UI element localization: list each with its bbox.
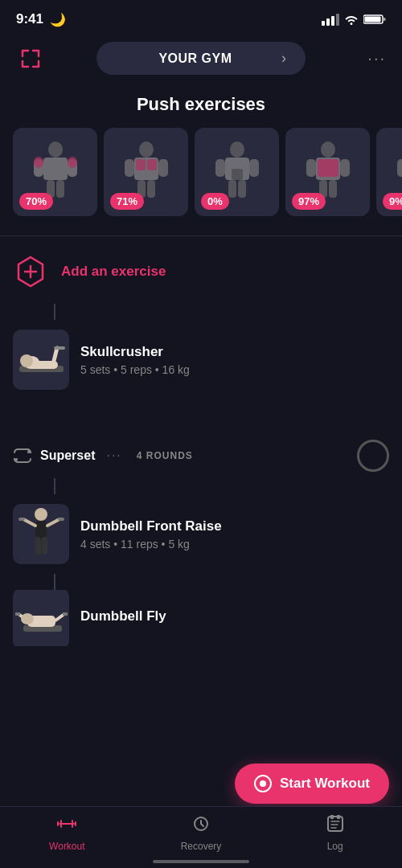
section-divider bbox=[0, 235, 402, 236]
svg-rect-23 bbox=[228, 180, 236, 198]
exercise-name-dumbbell-fly: Dumbbell Fly bbox=[80, 608, 389, 624]
exercise-thumb-dumbbell-fly bbox=[13, 590, 69, 646]
header-more-button[interactable]: ··· bbox=[357, 49, 386, 68]
svg-rect-35 bbox=[397, 159, 403, 177]
svg-point-65 bbox=[21, 613, 34, 624]
exercise-thumb-skullcrusher bbox=[13, 330, 69, 390]
exercise-info-front-raise: Dumbbell Front Raise 4 sets • 11 reps • … bbox=[80, 518, 389, 551]
muscle-badge-3: 0% bbox=[201, 193, 229, 210]
svg-rect-57 bbox=[58, 518, 64, 521]
svg-rect-24 bbox=[238, 180, 246, 198]
svg-rect-53 bbox=[42, 537, 47, 555]
svg-point-10 bbox=[68, 157, 77, 168]
nav-item-workout[interactable]: Workout bbox=[0, 815, 134, 852]
status-bar: 9:41 🌙 bbox=[0, 0, 402, 35]
bottom-nav: Workout Recovery Log bbox=[0, 806, 402, 868]
muscle-card-2[interactable]: 71% bbox=[104, 128, 188, 216]
connector-line-3 bbox=[54, 574, 55, 590]
svg-rect-1 bbox=[365, 17, 381, 23]
exercise-details-skullcrusher: 5 sets • 5 reps • 16 kg bbox=[80, 363, 389, 376]
exercise-item-front-raise[interactable]: Dumbbell Front Raise 4 sets • 11 reps • … bbox=[13, 494, 389, 574]
start-workout-button[interactable]: Start Workout bbox=[235, 764, 389, 804]
svg-rect-21 bbox=[215, 159, 225, 177]
muscle-card-1[interactable]: 70% bbox=[13, 128, 97, 216]
home-indicator bbox=[153, 860, 249, 863]
muscle-card-4[interactable]: 97% bbox=[285, 128, 370, 216]
svg-rect-52 bbox=[35, 537, 41, 555]
svg-rect-64 bbox=[63, 612, 68, 616]
svg-rect-4 bbox=[43, 158, 68, 180]
svg-point-48 bbox=[20, 354, 33, 367]
workout-nav-label: Workout bbox=[49, 841, 84, 852]
svg-rect-25 bbox=[232, 169, 243, 180]
svg-rect-28 bbox=[306, 159, 316, 177]
svg-rect-71 bbox=[330, 815, 334, 819]
svg-rect-51 bbox=[35, 521, 47, 538]
exercise-details-front-raise: 4 sets • 11 reps • 5 kg bbox=[80, 538, 389, 551]
recovery-nav-icon bbox=[191, 815, 211, 837]
exercise-info-skullcrusher: Skullcrusher 5 sets • 5 reps • 16 kg bbox=[80, 344, 389, 376]
muscle-carousel: 70% 71% bbox=[0, 128, 402, 232]
nav-item-log[interactable]: Log bbox=[268, 815, 402, 852]
superset-more-button[interactable]: ··· bbox=[106, 448, 121, 463]
add-exercise-row[interactable]: Add an exercise bbox=[13, 240, 389, 304]
svg-rect-18 bbox=[147, 159, 157, 170]
svg-point-11 bbox=[139, 141, 154, 158]
svg-rect-14 bbox=[158, 159, 168, 177]
svg-rect-56 bbox=[18, 518, 25, 521]
log-nav-label: Log bbox=[327, 841, 343, 852]
recovery-nav-label: Recovery bbox=[181, 841, 222, 852]
status-icons bbox=[322, 14, 386, 26]
section-title: Push exercises bbox=[0, 88, 402, 128]
gym-button[interactable]: YOUR GYM › bbox=[96, 42, 306, 75]
muscle-badge-1: 70% bbox=[19, 193, 53, 210]
exercise-item-dumbbell-fly[interactable]: Dumbbell Fly bbox=[13, 590, 389, 646]
svg-point-19 bbox=[230, 141, 244, 158]
muscle-badge-5: 9% bbox=[383, 193, 402, 210]
add-exercise-icon bbox=[13, 254, 48, 289]
superset-icon bbox=[13, 448, 32, 464]
svg-rect-72 bbox=[337, 815, 340, 819]
moon-icon: 🌙 bbox=[50, 12, 66, 27]
svg-rect-63 bbox=[15, 612, 20, 616]
svg-rect-17 bbox=[136, 159, 146, 170]
muscle-card-3[interactable]: 0% bbox=[195, 128, 279, 216]
svg-point-3 bbox=[48, 141, 63, 158]
expand-icon[interactable] bbox=[16, 44, 45, 73]
svg-rect-13 bbox=[125, 159, 134, 177]
battery-icon bbox=[363, 14, 386, 25]
svg-rect-22 bbox=[249, 159, 259, 177]
exercise-thumb-front-raise bbox=[13, 504, 69, 564]
nav-item-recovery[interactable]: Recovery bbox=[134, 815, 269, 852]
svg-rect-29 bbox=[340, 159, 350, 177]
gym-button-label: YOUR GYM bbox=[116, 51, 275, 66]
svg-rect-16 bbox=[147, 180, 155, 198]
superset-rounds: 4 ROUNDS bbox=[137, 450, 193, 461]
muscle-card-5[interactable]: 9% bbox=[376, 128, 402, 216]
signal-bars-icon bbox=[322, 14, 339, 26]
exercise-name-skullcrusher: Skullcrusher bbox=[80, 344, 389, 360]
exercise-list: Add an exercise Skullcrusher 5 sets bbox=[0, 240, 402, 399]
add-exercise-label: Add an exercise bbox=[61, 264, 166, 280]
svg-rect-31 bbox=[329, 180, 337, 198]
start-workout-label: Start Workout bbox=[280, 776, 370, 792]
exercise-item-skullcrusher[interactable]: Skullcrusher 5 sets • 5 reps • 16 kg bbox=[13, 320, 389, 399]
connector-line-1 bbox=[54, 304, 55, 320]
workout-nav-icon bbox=[57, 815, 76, 837]
superset-header: Superset ··· 4 ROUNDS bbox=[0, 424, 402, 478]
svg-point-26 bbox=[321, 141, 335, 158]
muscle-badge-2: 71% bbox=[110, 193, 144, 210]
gym-chevron-icon: › bbox=[281, 50, 286, 67]
exercise-info-dumbbell-fly: Dumbbell Fly bbox=[80, 608, 389, 628]
log-nav-icon bbox=[326, 815, 344, 837]
superset-label: Superset bbox=[40, 448, 95, 463]
svg-rect-2 bbox=[384, 18, 386, 21]
svg-rect-67 bbox=[328, 817, 343, 831]
header: YOUR GYM › ··· bbox=[0, 35, 402, 88]
superset-exercise-list: Dumbbell Front Raise 4 sets • 11 reps • … bbox=[0, 478, 402, 646]
svg-rect-8 bbox=[56, 180, 64, 198]
superset-check-circle[interactable] bbox=[357, 440, 389, 472]
connector-line-2 bbox=[54, 478, 55, 494]
muscle-badge-4: 97% bbox=[292, 193, 326, 210]
svg-point-50 bbox=[35, 508, 47, 521]
